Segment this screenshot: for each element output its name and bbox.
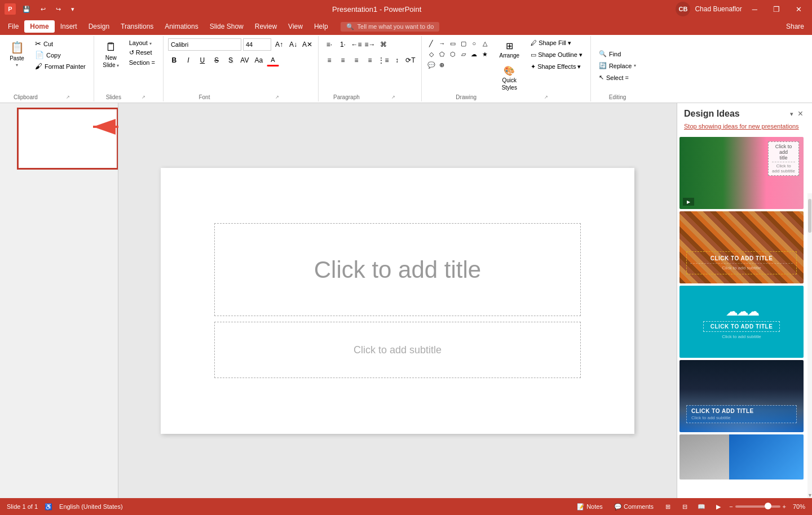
shadow-button[interactable]: S	[224, 54, 237, 66]
arrange-button[interactable]: ⊞ Arrange	[496, 38, 523, 61]
shape-more[interactable]: ⊕	[437, 60, 447, 70]
shape-rect[interactable]: ▭	[448, 38, 458, 48]
replace-button[interactable]: 🔄 Replace ▾	[595, 61, 639, 70]
clipboard-expander[interactable]: ↗	[47, 95, 89, 100]
reading-view-btn[interactable]: 📖	[695, 500, 708, 513]
notes-button[interactable]: 📝 Notes	[573, 502, 606, 512]
menu-insert[interactable]: Insert	[55, 20, 83, 33]
slide-subtitle-box[interactable]: Click to add subtitle	[214, 322, 581, 378]
design-panel-close[interactable]: ×	[796, 108, 805, 120]
align-center-btn[interactable]: ≡	[337, 54, 349, 66]
section-button[interactable]: Section =	[126, 58, 158, 67]
share-button[interactable]: Share	[780, 20, 810, 33]
customize-quick-btn[interactable]: ▾	[68, 5, 78, 14]
indent-increase-btn[interactable]: ≡→	[364, 38, 376, 51]
shape-effects-button[interactable]: ✦ Shape Effects ▾	[527, 62, 586, 72]
slide-1-thumbnail[interactable]: 1	[5, 108, 113, 170]
format-painter-button[interactable]: 🖌 Format Painter	[32, 61, 89, 72]
clear-format-btn[interactable]: A✕	[301, 38, 314, 51]
slide-canvas[interactable]: Click to add title Click to add subtitle	[118, 103, 677, 498]
language-indicator[interactable]: English (United States)	[59, 503, 123, 510]
cut-button[interactable]: ✂ Cut	[32, 38, 89, 49]
bullets-btn[interactable]: ≡·	[323, 38, 336, 51]
menu-design[interactable]: Design	[83, 20, 115, 33]
slide-main[interactable]: Click to add title Click to add subtitle	[161, 168, 634, 434]
menu-transitions[interactable]: Transitions	[115, 20, 159, 33]
shape-star[interactable]: ★	[480, 49, 490, 59]
save-quick-btn[interactable]: 💾	[19, 5, 34, 14]
align-left-btn[interactable]: ≡	[323, 54, 336, 66]
layout-button[interactable]: Layout ▾	[126, 38, 158, 47]
char-spacing-btn[interactable]: AV	[239, 54, 251, 66]
paste-button[interactable]: 📋 Paste ▾	[5, 38, 29, 70]
line-spacing-btn[interactable]: ↕	[391, 54, 403, 66]
design-panel-scrollbar[interactable]: ▼	[807, 193, 812, 498]
change-case-btn[interactable]: Aa	[253, 54, 265, 66]
design-idea-4[interactable]: CLICK TO ADD TITLE Click to add subtitle	[679, 360, 804, 432]
menu-home[interactable]: Home	[24, 20, 54, 33]
accessibility-btn[interactable]: ♿	[45, 503, 52, 510]
select-button[interactable]: ↖ Select =	[595, 73, 632, 82]
close-button[interactable]: ✕	[790, 4, 807, 15]
slide-panel[interactable]: 1	[0, 103, 118, 498]
comments-button[interactable]: 💬 Comments	[611, 502, 657, 512]
slide-thumb-inner[interactable]	[17, 108, 118, 170]
justify-btn[interactable]: ≡	[364, 54, 376, 66]
restore-button[interactable]: ❐	[767, 4, 785, 15]
design-idea-2[interactable]: CLICK TO ADD TITLE Click to add subtitle	[679, 211, 804, 283]
font-size-input[interactable]	[243, 38, 271, 51]
shape-cloud[interactable]: ☁	[469, 49, 479, 59]
shape-outline-button[interactable]: ▭ Shape Outline ▾	[527, 50, 586, 60]
scroll-down-btn[interactable]: ▼	[807, 492, 812, 498]
copy-button[interactable]: 📄 Copy	[32, 50, 89, 60]
zoom-thumb[interactable]	[765, 503, 771, 509]
font-increase-btn[interactable]: A↑	[273, 38, 285, 51]
user-avatar[interactable]: CB	[676, 2, 690, 16]
shape-arrow-line[interactable]: →	[437, 38, 447, 48]
shape-callout[interactable]: 💬	[426, 60, 436, 70]
menu-slideshow[interactable]: Slide Show	[204, 20, 249, 33]
italic-button[interactable]: I	[182, 54, 195, 66]
font-decrease-btn[interactable]: A↓	[287, 38, 299, 51]
zoom-in-btn[interactable]: +	[783, 503, 786, 510]
shape-pentagon[interactable]: ⬠	[437, 49, 447, 59]
find-button[interactable]: 🔍 Find	[595, 49, 624, 59]
smart-art-btn[interactable]: ⌘	[377, 38, 390, 51]
shape-diamond[interactable]: ◇	[426, 49, 436, 59]
drawing-expander[interactable]: ↗	[506, 95, 586, 100]
paragraph-expander[interactable]: ↗	[370, 95, 417, 100]
col-btn[interactable]: ⋮≡	[377, 54, 390, 66]
redo-quick-btn[interactable]: ↪	[52, 5, 64, 14]
shape-line[interactable]: ╱	[426, 38, 436, 48]
quick-styles-button[interactable]: 🎨 Quick Styles	[496, 63, 523, 93]
reset-button[interactable]: ↺ Reset	[126, 48, 158, 57]
strikethrough-button[interactable]: S	[210, 54, 223, 66]
underline-button[interactable]: U	[196, 54, 209, 66]
zoom-slider[interactable]	[735, 505, 780, 508]
design-idea-5[interactable]	[679, 434, 804, 480]
shape-hexagon[interactable]: ⬡	[448, 49, 458, 59]
slide-title-placeholder[interactable]: Click to add title	[314, 256, 481, 283]
shape-parallelogram[interactable]: ▱	[458, 49, 469, 59]
design-idea-3[interactable]: ☁☁☁ CLICK TO ADD TITLE Click to add subt…	[679, 286, 804, 358]
font-color-btn[interactable]: A	[267, 54, 279, 66]
slide-subtitle-placeholder[interactable]: Click to add subtitle	[354, 344, 442, 356]
text-dir-btn[interactable]: ⟳T	[404, 54, 417, 66]
design-panel-scrollthumb[interactable]	[808, 199, 811, 233]
shape-fill-button[interactable]: 🖊 Shape Fill ▾	[527, 38, 586, 48]
slides-expander[interactable]: ↗	[129, 95, 158, 100]
slide-sorter-btn[interactable]: ⊟	[678, 500, 691, 513]
shape-rounded-rect[interactable]: ▢	[458, 38, 469, 48]
menu-animations[interactable]: Animations	[159, 20, 204, 33]
design-panel-dropdown[interactable]: ▾	[790, 110, 793, 118]
normal-view-btn[interactable]: ⊞	[661, 500, 674, 513]
numbering-btn[interactable]: 1·	[337, 38, 349, 51]
shape-oval[interactable]: ○	[469, 38, 479, 48]
slideshow-btn[interactable]: ▶	[712, 500, 725, 513]
search-bar[interactable]: 🔍 Tell me what you want to do	[341, 22, 440, 32]
new-slide-button[interactable]: 🗒 New Slide ▾	[99, 38, 123, 70]
menu-view[interactable]: View	[283, 20, 308, 33]
zoom-level[interactable]: 70%	[788, 503, 805, 510]
bold-button[interactable]: B	[168, 54, 180, 66]
stop-design-ideas-link[interactable]: Stop showing ideas for new presentations	[684, 123, 799, 130]
